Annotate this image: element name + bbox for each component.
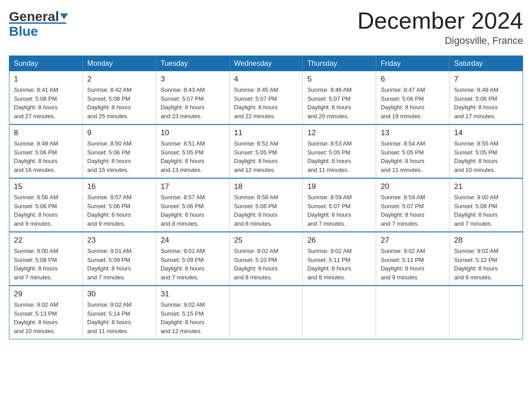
calendar-day-cell: 6 Sunrise: 8:47 AMSunset: 5:06 PMDayligh…: [376, 71, 450, 124]
day-number: 4: [234, 75, 298, 84]
day-info: Sunrise: 8:42 AMSunset: 5:08 PMDaylight:…: [87, 86, 151, 120]
calendar-day-cell: 4 Sunrise: 8:45 AMSunset: 5:07 PMDayligh…: [229, 71, 303, 124]
day-number: 5: [307, 75, 371, 84]
calendar-day-cell: [229, 286, 303, 339]
calendar-day-cell: 23 Sunrise: 9:01 AMSunset: 5:09 PMDaylig…: [82, 232, 156, 286]
day-number: 17: [161, 182, 225, 191]
logo-triangle-icon: [60, 13, 68, 19]
calendar-day-cell: 27 Sunrise: 9:02 AMSunset: 5:11 PMDaylig…: [376, 232, 450, 286]
day-info: Sunrise: 8:59 AMSunset: 5:07 PMDaylight:…: [307, 193, 371, 228]
calendar-day-header: Wednesday: [229, 56, 303, 72]
calendar-day-cell: 8 Sunrise: 8:49 AMSunset: 5:06 PMDayligh…: [9, 124, 83, 178]
day-number: 25: [234, 236, 298, 245]
day-info: Sunrise: 9:02 AMSunset: 5:12 PMDaylight:…: [454, 247, 518, 282]
calendar-day-header: Friday: [376, 56, 450, 72]
logo-general: General: [9, 9, 59, 24]
calendar-day-cell: 20 Sunrise: 8:59 AMSunset: 5:07 PMDaylig…: [376, 178, 450, 232]
day-number: 12: [307, 128, 371, 137]
calendar-day-cell: 24 Sunrise: 9:01 AMSunset: 5:09 PMDaylig…: [156, 232, 229, 286]
day-info: Sunrise: 9:02 AMSunset: 5:11 PMDaylight:…: [307, 247, 371, 282]
day-info: Sunrise: 8:48 AMSunset: 5:06 PMDaylight:…: [454, 86, 518, 120]
calendar-week-row: 8 Sunrise: 8:49 AMSunset: 5:06 PMDayligh…: [9, 124, 523, 178]
day-number: 15: [14, 182, 78, 191]
month-title: December 2024: [357, 9, 523, 32]
day-info: Sunrise: 8:47 AMSunset: 5:06 PMDaylight:…: [381, 86, 445, 120]
day-number: 6: [381, 75, 445, 84]
calendar-day-cell: 17 Sunrise: 8:57 AMSunset: 5:06 PMDaylig…: [156, 178, 229, 232]
title-area: December 2024 Digosville, France: [357, 9, 523, 47]
calendar-day-cell: 29 Sunrise: 9:02 AMSunset: 5:13 PMDaylig…: [9, 286, 83, 339]
day-number: 11: [234, 128, 298, 137]
calendar-day-cell: 13 Sunrise: 8:54 AMSunset: 5:05 PMDaylig…: [376, 124, 450, 178]
day-info: Sunrise: 9:01 AMSunset: 5:09 PMDaylight:…: [87, 247, 151, 282]
calendar-day-cell: 10 Sunrise: 8:51 AMSunset: 5:05 PMDaylig…: [156, 124, 229, 178]
day-info: Sunrise: 9:02 AMSunset: 5:15 PMDaylight:…: [161, 300, 225, 335]
day-number: 10: [161, 128, 225, 137]
day-number: 31: [161, 290, 225, 299]
day-number: 29: [14, 290, 78, 299]
day-info: Sunrise: 8:56 AMSunset: 5:06 PMDaylight:…: [14, 193, 78, 228]
day-number: 2: [87, 75, 151, 84]
day-info: Sunrise: 9:02 AMSunset: 5:11 PMDaylight:…: [381, 247, 445, 282]
location: Digosville, France: [357, 35, 523, 47]
calendar-week-row: 1 Sunrise: 8:41 AMSunset: 5:08 PMDayligh…: [9, 71, 523, 124]
day-info: Sunrise: 8:50 AMSunset: 5:06 PMDaylight:…: [87, 139, 151, 174]
calendar-day-cell: 19 Sunrise: 8:59 AMSunset: 5:07 PMDaylig…: [303, 178, 376, 232]
calendar-day-cell: 26 Sunrise: 9:02 AMSunset: 5:11 PMDaylig…: [303, 232, 376, 286]
day-number: 26: [307, 236, 371, 245]
day-info: Sunrise: 9:02 AMSunset: 5:13 PMDaylight:…: [14, 300, 78, 335]
day-info: Sunrise: 8:58 AMSunset: 5:06 PMDaylight:…: [234, 193, 298, 228]
day-info: Sunrise: 8:59 AMSunset: 5:07 PMDaylight:…: [381, 193, 445, 228]
day-number: 30: [87, 290, 151, 299]
day-number: 16: [87, 182, 151, 191]
calendar-day-cell: 16 Sunrise: 8:57 AMSunset: 5:06 PMDaylig…: [82, 178, 156, 232]
calendar-day-cell: 25 Sunrise: 9:02 AMSunset: 5:10 PMDaylig…: [229, 232, 303, 286]
calendar-day-cell: 5 Sunrise: 8:46 AMSunset: 5:07 PMDayligh…: [303, 71, 376, 124]
day-number: 28: [454, 236, 518, 245]
day-number: 22: [14, 236, 78, 245]
day-number: 19: [307, 182, 371, 191]
calendar-day-cell: [376, 286, 450, 339]
calendar-week-row: 15 Sunrise: 8:56 AMSunset: 5:06 PMDaylig…: [9, 178, 523, 232]
calendar-week-row: 29 Sunrise: 9:02 AMSunset: 5:13 PMDaylig…: [9, 286, 523, 339]
calendar-day-cell: [303, 286, 376, 339]
day-number: 27: [381, 236, 445, 245]
calendar-day-header: Monday: [82, 56, 156, 72]
day-info: Sunrise: 9:02 AMSunset: 5:10 PMDaylight:…: [234, 247, 298, 282]
calendar-day-cell: 31 Sunrise: 9:02 AMSunset: 5:15 PMDaylig…: [156, 286, 229, 339]
day-info: Sunrise: 9:02 AMSunset: 5:14 PMDaylight:…: [87, 300, 151, 335]
calendar-day-cell: 1 Sunrise: 8:41 AMSunset: 5:08 PMDayligh…: [9, 71, 83, 124]
calendar-header-row: SundayMondayTuesdayWednesdayThursdayFrid…: [9, 56, 523, 72]
day-info: Sunrise: 9:01 AMSunset: 5:09 PMDaylight:…: [161, 247, 225, 282]
day-number: 8: [14, 128, 78, 137]
day-info: Sunrise: 8:54 AMSunset: 5:05 PMDaylight:…: [381, 139, 445, 174]
day-number: 23: [87, 236, 151, 245]
day-info: Sunrise: 8:45 AMSunset: 5:07 PMDaylight:…: [234, 86, 298, 120]
day-number: 3: [161, 75, 225, 84]
day-info: Sunrise: 8:43 AMSunset: 5:07 PMDaylight:…: [161, 86, 225, 120]
day-number: 9: [87, 128, 151, 137]
calendar-day-header: Tuesday: [156, 56, 229, 72]
day-info: Sunrise: 8:41 AMSunset: 5:08 PMDaylight:…: [14, 86, 78, 120]
calendar-week-row: 22 Sunrise: 9:00 AMSunset: 5:08 PMDaylig…: [9, 232, 523, 286]
page-header: General Blue December 2024 Digosville, F…: [9, 9, 523, 47]
day-info: Sunrise: 8:55 AMSunset: 5:05 PMDaylight:…: [454, 139, 518, 174]
calendar-table: SundayMondayTuesdayWednesdayThursdayFrid…: [9, 56, 523, 339]
calendar-day-cell: 22 Sunrise: 9:00 AMSunset: 5:08 PMDaylig…: [9, 232, 83, 286]
calendar-day-cell: 11 Sunrise: 8:52 AMSunset: 5:05 PMDaylig…: [229, 124, 303, 178]
day-info: Sunrise: 9:00 AMSunset: 5:08 PMDaylight:…: [454, 193, 518, 228]
calendar-day-header: Saturday: [450, 56, 523, 72]
calendar-day-cell: 3 Sunrise: 8:43 AMSunset: 5:07 PMDayligh…: [156, 71, 229, 124]
day-info: Sunrise: 8:57 AMSunset: 5:06 PMDaylight:…: [161, 193, 225, 228]
logo: General Blue: [9, 9, 68, 39]
calendar-day-cell: 28 Sunrise: 9:02 AMSunset: 5:12 PMDaylig…: [450, 232, 523, 286]
calendar-day-cell: 2 Sunrise: 8:42 AMSunset: 5:08 PMDayligh…: [82, 71, 156, 124]
day-number: 13: [381, 128, 445, 137]
day-number: 7: [454, 75, 518, 84]
day-info: Sunrise: 8:52 AMSunset: 5:05 PMDaylight:…: [234, 139, 298, 174]
calendar-day-cell: 15 Sunrise: 8:56 AMSunset: 5:06 PMDaylig…: [9, 178, 83, 232]
day-number: 18: [234, 182, 298, 191]
logo-blue: Blue: [9, 24, 68, 39]
day-info: Sunrise: 8:49 AMSunset: 5:06 PMDaylight:…: [14, 139, 78, 174]
day-number: 14: [454, 128, 518, 137]
